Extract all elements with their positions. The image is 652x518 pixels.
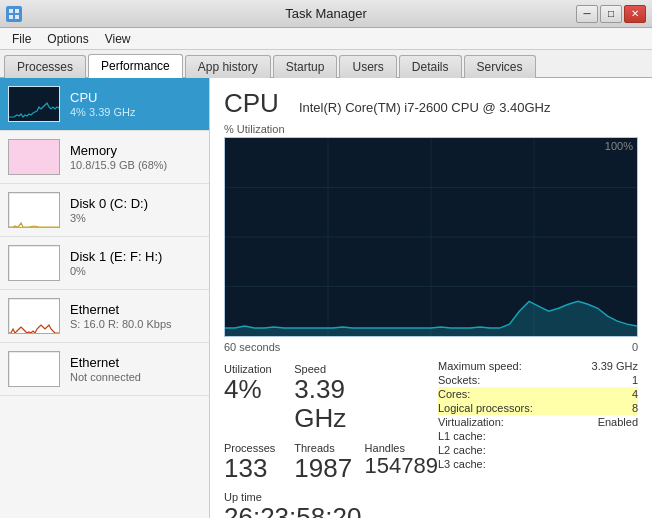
uptime-label: Up time [224,491,438,503]
cpu-panel-title: CPU [224,88,279,119]
tab-processes[interactable]: Processes [4,55,86,78]
cpu-info: CPU 4% 3.39 GHz [70,90,201,118]
utilization-block: Utilization 4% [224,359,284,438]
svg-rect-6 [9,140,60,175]
tab-app-history[interactable]: App history [185,55,271,78]
window-title: Task Manager [285,6,367,21]
info-panel: Maximum speed: 3.39 GHz Sockets: 1 Cores… [438,359,638,518]
close-button[interactable]: ✕ [624,5,646,23]
cpu-chart: 100% [224,137,638,337]
cpu-header: CPU Intel(R) Core(TM) i7-2600 CPU @ 3.40… [224,88,638,119]
ethernet1-info: Ethernet S: 16.0 R: 80.0 Kbps [70,302,201,330]
ethernet2-label: Ethernet [70,355,201,370]
svg-rect-3 [15,15,19,19]
stats-section: Utilization 4% Speed 3.39 GHz Processes … [224,359,638,518]
main-content: CPU 4% 3.39 GHz Memory 10.8/15.9 GB (68%… [0,78,652,518]
speed-block: Speed 3.39 GHz [294,359,354,438]
app-icon [6,6,22,22]
sidebar-item-memory[interactable]: Memory 10.8/15.9 GB (68%) [0,131,209,184]
right-panel: CPU Intel(R) Core(TM) i7-2600 CPU @ 3.40… [210,78,652,518]
svg-rect-0 [9,9,13,13]
sidebar-item-ethernet1[interactable]: Ethernet S: 16.0 R: 80.0 Kbps [0,290,209,343]
info-row-l3: L3 cache: [438,457,638,471]
handles-block: Handles 154789 [365,438,438,489]
ethernet2-info: Ethernet Not connected [70,355,201,383]
logical-value: 8 [632,402,638,414]
disk0-info: Disk 0 (C: D:) 3% [70,196,201,224]
ethernet1-stats: S: 16.0 R: 80.0 Kbps [70,318,201,330]
speed-stat-value: 3.39 GHz [294,375,354,432]
sidebar-item-disk1[interactable]: Disk 1 (E: F: H:) 0% [0,237,209,290]
ethernet2-stats: Not connected [70,371,201,383]
svg-rect-1 [15,9,19,13]
info-row-maxspeed: Maximum speed: 3.39 GHz [438,359,638,373]
sidebar-item-disk0[interactable]: Disk 0 (C: D:) 3% [0,184,209,237]
svg-rect-2 [9,15,13,19]
svg-rect-9 [9,299,60,334]
svg-rect-8 [9,246,60,281]
sockets-label: Sockets: [438,374,480,386]
info-row-l1: L1 cache: [438,429,638,443]
svg-rect-10 [9,352,60,387]
info-row-l2: L2 cache: [438,443,638,457]
memory-label: Memory [70,143,201,158]
stats-grid: Utilization 4% Speed 3.39 GHz Processes … [224,359,438,489]
l2-label: L2 cache: [438,444,486,456]
cpu-label: CPU [70,90,201,105]
chart-time-left: 60 seconds [224,341,280,353]
logical-label: Logical processors: [438,402,533,414]
disk0-stats: 3% [70,212,201,224]
tab-bar: Processes Performance App history Startu… [0,50,652,78]
memory-stats: 10.8/15.9 GB (68%) [70,159,201,171]
memory-thumb [8,139,60,175]
stats-left: Utilization 4% Speed 3.39 GHz Processes … [224,359,438,518]
cpu-stats: 4% 3.39 GHz [70,106,201,118]
virtualization-label: Virtualization: [438,416,504,428]
info-row-sockets: Sockets: 1 [438,373,638,387]
info-row-virtualization: Virtualization: Enabled [438,415,638,429]
minimize-button[interactable]: ─ [576,5,598,23]
info-row-cores: Cores: 4 [438,387,638,401]
title-bar-left [6,6,22,22]
tab-startup[interactable]: Startup [273,55,338,78]
disk0-thumb [8,192,60,228]
ethernet2-thumb [8,351,60,387]
cpu-model: Intel(R) Core(TM) i7-2600 CPU @ 3.40GHz [299,100,551,115]
processes-block: Processes 133 [224,438,284,489]
utilization-label: % Utilization [224,123,638,135]
left-panel: CPU 4% 3.39 GHz Memory 10.8/15.9 GB (68%… [0,78,210,518]
tab-users[interactable]: Users [339,55,396,78]
tab-services[interactable]: Services [464,55,536,78]
info-row-logical: Logical processors: 8 [438,401,638,415]
disk1-stats: 0% [70,265,201,277]
chart-time-right: 0 [632,341,638,353]
tab-performance[interactable]: Performance [88,54,183,78]
title-controls: ─ □ ✕ [576,5,646,23]
maxspeed-value: 3.39 GHz [592,360,638,372]
disk1-label: Disk 1 (E: F: H:) [70,249,201,264]
utilization-stat-value: 4% [224,375,284,404]
sidebar-item-ethernet2[interactable]: Ethernet Not connected [0,343,209,396]
menu-file[interactable]: File [4,30,39,48]
virtualization-value: Enabled [598,416,638,428]
threads-block: Threads 1987 [294,438,354,489]
cores-value: 4 [632,388,638,400]
threads-stat-value: 1987 [294,454,354,483]
disk1-info: Disk 1 (E: F: H:) 0% [70,249,201,277]
l1-label: L1 cache: [438,430,486,442]
tab-details[interactable]: Details [399,55,462,78]
uptime-value: 26:23:58:20 [224,503,438,518]
maximize-button[interactable]: □ [600,5,622,23]
maxspeed-label: Maximum speed: [438,360,522,372]
menu-view[interactable]: View [97,30,139,48]
svg-rect-7 [9,193,60,228]
sockets-value: 1 [632,374,638,386]
disk1-thumb [8,245,60,281]
title-bar: Task Manager ─ □ ✕ [0,0,652,28]
sidebar-item-cpu[interactable]: CPU 4% 3.39 GHz [0,78,209,131]
cores-label: Cores: [438,388,470,400]
cpu-thumb [8,86,60,122]
menu-options[interactable]: Options [39,30,96,48]
handles-stat-value: 154789 [365,454,438,478]
menu-bar: File Options View [0,28,652,50]
